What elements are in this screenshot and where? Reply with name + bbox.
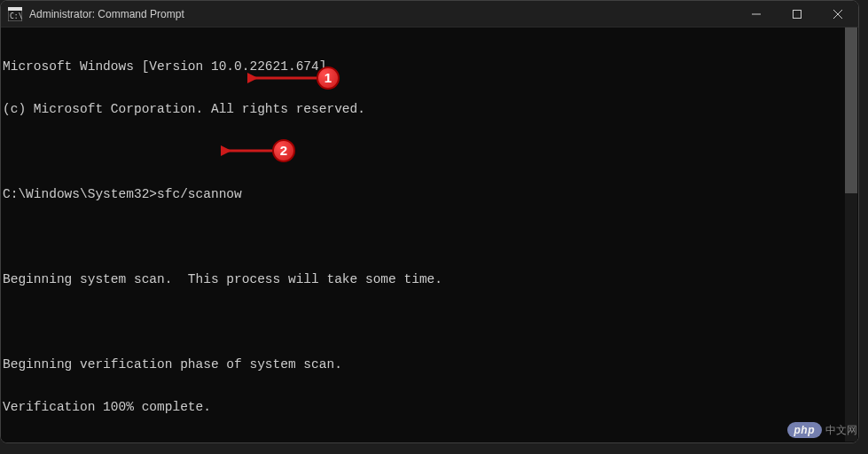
svg-rect-4	[794, 11, 802, 19]
minimize-button[interactable]	[736, 1, 777, 27]
terminal-line: Verification 100% complete.	[3, 400, 856, 414]
terminal-line	[3, 442, 856, 443]
php-logo: php	[787, 422, 823, 438]
terminal-area[interactable]: Microsoft Windows [Version 10.0.22621.67…	[1, 27, 858, 442]
terminal-line-command: C:\Windows\System32>sfc/scannow	[3, 187, 856, 201]
window-title: Administrator: Command Prompt	[29, 8, 736, 20]
svg-text:C:\: C:\	[10, 12, 22, 20]
scrollbar-thumb[interactable]	[845, 27, 857, 193]
terminal-line	[3, 230, 856, 244]
svg-rect-1	[8, 7, 22, 11]
terminal-line	[3, 145, 856, 159]
terminal-line: (c) Microsoft Corporation. All rights re…	[3, 102, 856, 116]
titlebar[interactable]: C:\ Administrator: Command Prompt	[1, 1, 858, 27]
maximize-button[interactable]	[777, 1, 817, 27]
cmd-icon: C:\	[8, 7, 22, 21]
close-button[interactable]	[817, 1, 858, 27]
vertical-scrollbar[interactable]	[845, 27, 857, 442]
window-controls	[736, 1, 858, 27]
terminal-line: Microsoft Windows [Version 10.0.22621.67…	[3, 59, 856, 74]
watermark-text: 中文网	[825, 423, 857, 438]
command-prompt-window: C:\ Administrator: Command Prompt Micros…	[0, 0, 859, 443]
watermark: php 中文网	[787, 422, 858, 438]
terminal-line: Beginning system scan. This process will…	[3, 272, 856, 286]
terminal-line: Beginning verification phase of system s…	[3, 357, 856, 372]
terminal-line	[3, 315, 856, 329]
